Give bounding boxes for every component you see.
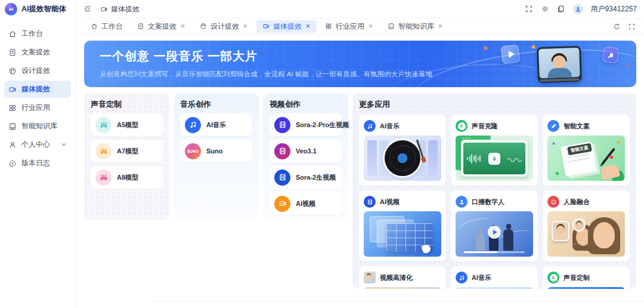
- suno-logo-icon: SUNO: [185, 143, 201, 159]
- music-note-icon: [364, 120, 376, 132]
- sidebar-item-label: 设计提效: [21, 66, 50, 76]
- model-card-ai-music[interactable]: AI音乐: [180, 113, 252, 136]
- sliders-icon: [95, 170, 112, 186]
- more-apps-grid: AI音乐: [359, 115, 630, 289]
- model-label: AI音乐: [206, 121, 226, 130]
- app-card-image: [364, 135, 441, 181]
- sidebar-item-label: 媒体提效: [21, 84, 50, 94]
- tab-knowledge[interactable]: 智能知识库: [382, 20, 449, 33]
- magic-video-icon: [274, 196, 290, 212]
- user-icon: [8, 141, 17, 149]
- app-card-ai-music-2[interactable]: AI音乐: [451, 266, 538, 289]
- section-title: 更多应用: [359, 99, 630, 110]
- tab-industry[interactable]: 行业应用: [319, 20, 379, 33]
- close-icon[interactable]: [368, 22, 373, 30]
- tab-label: 文案提效: [148, 21, 177, 32]
- refresh-icon[interactable]: [613, 23, 621, 30]
- sidebar-item-label: 行业应用: [21, 103, 50, 113]
- microphone-icon: [488, 153, 500, 165]
- vinyl-record: [385, 140, 420, 176]
- video-progress-bar: [464, 251, 525, 253]
- banner-video-thumbnail: [537, 46, 582, 84]
- app-card-label: 视频高清化: [380, 273, 413, 282]
- user-avatar[interactable]: [573, 4, 583, 14]
- sidebar-item-industry[interactable]: 行业应用: [4, 99, 71, 116]
- content-area: 一个创意 一段音乐 一部大片 从创意构思到文案撰写，从音乐智能匹配到剪辑合成，全…: [76, 35, 644, 289]
- sidebar-item-design[interactable]: 设计提效: [4, 62, 71, 79]
- app-card-ai-music[interactable]: AI音乐: [359, 115, 446, 186]
- app-card-image: [547, 211, 625, 257]
- sidebar-item-workbench[interactable]: 工作台: [4, 25, 71, 42]
- music-note-icon: [185, 117, 201, 133]
- tabbar-actions: [613, 23, 636, 30]
- book-icon: [388, 23, 395, 30]
- app-card-video-enhance[interactable]: 视频高清化: [359, 266, 446, 289]
- close-icon[interactable]: [180, 22, 185, 30]
- apps-grid-icon: [325, 23, 332, 30]
- file-copy-icon[interactable]: [557, 5, 565, 13]
- sidebar-item-profile[interactable]: 个人中心: [4, 136, 71, 153]
- top-bar: 媒体提效 用户93412257: [76, 0, 644, 18]
- close-icon[interactable]: [438, 22, 443, 30]
- home-icon: [91, 23, 98, 30]
- model-label: AI视频: [296, 199, 315, 208]
- model-card-ai-video[interactable]: AI视频: [270, 192, 342, 215]
- sidebar-item-knowledge[interactable]: 智能知识库: [4, 118, 71, 135]
- app-card-image: [364, 211, 441, 257]
- section-voice-custom: 声音定制 A5模型 A7模型: [84, 93, 169, 220]
- video-camera-icon: [8, 85, 17, 94]
- fullscreen-icon[interactable]: [525, 5, 533, 13]
- model-card-veo31[interactable]: Veo3.1: [270, 140, 342, 162]
- model-label: A5模型: [117, 121, 138, 130]
- tab-label: 媒体提效: [273, 21, 302, 32]
- app-card-voice-custom[interactable]: 声音定制: [543, 266, 630, 289]
- tab-media[interactable]: 媒体提效: [256, 20, 317, 33]
- breadcrumb: 媒体提效: [100, 4, 140, 14]
- tab-design[interactable]: 设计提效: [194, 20, 254, 33]
- model-label: Veo3.1: [296, 147, 317, 155]
- expand-icon[interactable]: [628, 23, 636, 30]
- video-camera-icon: [100, 5, 108, 13]
- sidebar-item-copywriting[interactable]: 文案提效: [4, 44, 71, 61]
- model-card-a5[interactable]: A5模型: [91, 113, 163, 136]
- theme-sun-icon[interactable]: [541, 5, 549, 13]
- model-label: Suno: [206, 147, 223, 155]
- sliders-icon: [95, 143, 112, 159]
- app-card-label: AI视频: [380, 198, 400, 207]
- section-title: 视频创作: [270, 99, 342, 110]
- app-card-smart-copy[interactable]: 智能文案 智能文案: [543, 115, 630, 186]
- sidebar-item-media[interactable]: 媒体提效: [4, 81, 71, 98]
- app-card-image: [456, 211, 533, 257]
- tab-workbench[interactable]: 工作台: [85, 20, 129, 33]
- model-label: A7模型: [117, 147, 138, 156]
- sidebar-item-label: 个人中心: [21, 140, 50, 150]
- tab-label: 设计提效: [210, 21, 239, 32]
- close-icon[interactable]: [243, 22, 248, 30]
- model-card-sora2[interactable]: Sora-2生视频: [270, 166, 342, 189]
- app-card-image: [547, 287, 625, 289]
- source-face-photo: [552, 221, 569, 241]
- model-label: A8模型: [117, 173, 138, 182]
- document-icon: [137, 23, 144, 30]
- microphone-icon: [456, 120, 467, 132]
- presenter-icon: [456, 196, 467, 208]
- sidebar-item-changelog[interactable]: 版本日志: [4, 155, 71, 172]
- book-icon: [8, 122, 17, 131]
- model-card-a7[interactable]: A7模型: [91, 140, 163, 162]
- close-icon[interactable]: [305, 22, 311, 30]
- film-icon: [364, 196, 376, 208]
- model-card-a8[interactable]: A8模型: [91, 166, 163, 189]
- tab-copywriting[interactable]: 文案提效: [131, 20, 191, 33]
- face-crop-photo: [572, 218, 586, 232]
- palette-icon: [8, 67, 17, 75]
- app-card-voice-clone[interactable]: 声音克隆: [451, 115, 538, 186]
- sidebar-collapse-icon[interactable]: [83, 5, 92, 13]
- app-card-image: [456, 135, 533, 181]
- app-card-ai-video[interactable]: AI视频: [359, 190, 446, 261]
- sidebar-nav: 工作台 文案提效 设计提效 媒体提效 行业应用 智能知识库: [0, 18, 75, 172]
- video-camera-icon: [262, 23, 270, 30]
- model-card-sora2pro[interactable]: Sora-2-Pro生视频: [270, 113, 342, 136]
- model-card-suno[interactable]: SUNO Suno: [180, 140, 252, 162]
- app-card-face-fusion[interactable]: 人脸融合: [543, 190, 630, 261]
- app-card-digital-human[interactable]: 口播数字人: [451, 190, 538, 261]
